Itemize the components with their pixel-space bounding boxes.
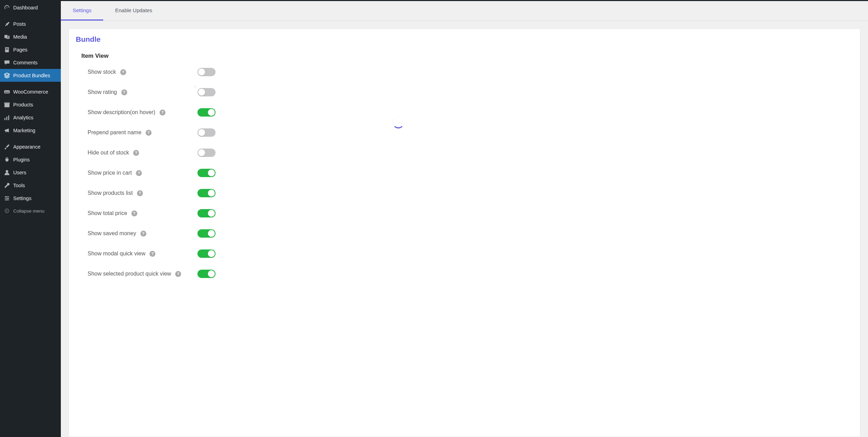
sidebar-item-appearance[interactable]: Appearance	[0, 140, 61, 153]
sidebar-item-media[interactable]: Media	[0, 30, 61, 43]
svg-point-0	[5, 209, 9, 213]
toggle-show_saved_money[interactable]	[197, 229, 216, 238]
sidebar-item-posts[interactable]: Posts	[0, 17, 61, 30]
toggle-show_total_price[interactable]	[197, 209, 216, 217]
setting-label-text: Hide out of stock	[88, 150, 129, 156]
help-icon[interactable]: ?	[149, 251, 155, 257]
sidebar-item-label: Analytics	[13, 115, 33, 120]
toggle-knob	[208, 230, 215, 237]
sidebar-item-label: Marketing	[13, 128, 35, 133]
setting-label: Show price in cart?	[88, 170, 197, 176]
help-icon[interactable]: ?	[121, 89, 127, 95]
setting-label: Show modal quick view?	[88, 251, 197, 257]
tab-settings[interactable]: Settings	[61, 1, 103, 21]
sidebar-item-label: Dashboard	[13, 5, 38, 10]
toggle-show_price_in_cart[interactable]	[197, 169, 216, 177]
collapse-menu-label: Collapse menu	[13, 208, 44, 214]
toggle-show_rating[interactable]	[197, 88, 216, 96]
tab-label: Settings	[73, 7, 91, 13]
toggle-show_modal_quick_view[interactable]	[197, 249, 216, 258]
archive-icon	[3, 101, 10, 108]
wrench-icon	[3, 182, 10, 189]
help-icon[interactable]: ?	[146, 130, 152, 136]
sidebar-item-analytics[interactable]: Analytics	[0, 111, 61, 124]
setting-row-prepend_parent_name: Prepend parent name?	[88, 128, 853, 137]
setting-label: Prepend parent name?	[88, 129, 197, 136]
highlight-dot	[194, 85, 196, 88]
help-icon[interactable]: ?	[133, 150, 139, 156]
sidebar-item-marketing[interactable]: Marketing	[0, 124, 61, 137]
woo-icon	[3, 88, 10, 95]
sidebar-item-label: Plugins	[13, 157, 30, 162]
toggle-show_description_hover[interactable]	[197, 108, 216, 117]
tabbar: SettingsEnable Updates	[61, 1, 868, 21]
gauge-icon	[3, 4, 10, 11]
sidebar-item-products[interactable]: Products	[0, 98, 61, 111]
help-icon[interactable]: ?	[120, 69, 126, 75]
sliders-icon	[3, 195, 10, 202]
sidebar-item-settings[interactable]: Settings	[0, 192, 61, 205]
toggle-knob	[198, 89, 205, 96]
user-icon	[3, 169, 10, 176]
toggle-show_products_list[interactable]	[197, 189, 216, 197]
sidebar-item-dashboard[interactable]: Dashboard	[0, 1, 61, 14]
setting-label-text: Show selected product quick view	[88, 271, 171, 277]
toggle-show_stock[interactable]	[197, 68, 216, 76]
help-icon[interactable]: ?	[137, 190, 143, 196]
bars-icon	[3, 114, 10, 121]
help-icon[interactable]: ?	[131, 210, 137, 216]
sidebar-separator	[0, 14, 61, 17]
help-icon[interactable]: ?	[136, 170, 142, 176]
setting-row-show_products_list: Show products list?	[88, 189, 853, 197]
layers-icon	[3, 72, 10, 79]
section-subtitle: Item View	[81, 53, 853, 59]
main-content: SettingsEnable Updates Bundle Item View …	[61, 1, 868, 437]
setting-row-show_stock: Show stock?	[88, 68, 853, 76]
toggle-hide_out_of_stock[interactable]	[197, 149, 216, 157]
sidebar-item-plugins[interactable]: Plugins	[0, 153, 61, 166]
sidebar-item-label: Media	[13, 34, 27, 40]
sidebar-item-woocommerce[interactable]: WooCommerce	[0, 85, 61, 98]
toggle-knob	[208, 270, 215, 277]
page-icon	[3, 46, 10, 53]
help-icon[interactable]: ?	[160, 110, 165, 116]
setting-label-text: Show total price	[88, 210, 127, 216]
sidebar-item-label: Posts	[13, 21, 26, 27]
sidebar-item-label: Tools	[13, 183, 25, 188]
toggle-knob	[198, 69, 205, 76]
toggle-knob	[208, 169, 215, 176]
sidebar-item-comments[interactable]: Comments	[0, 56, 61, 69]
sidebar-item-users[interactable]: Users	[0, 166, 61, 179]
tab-enable-updates[interactable]: Enable Updates	[103, 1, 164, 21]
toggle-knob	[208, 109, 215, 116]
setting-label-text: Show price in cart	[88, 170, 132, 176]
comment-icon	[3, 59, 10, 66]
setting-row-show_rating: Show rating?	[88, 88, 853, 96]
tab-label: Enable Updates	[115, 7, 152, 13]
setting-row-show_total_price: Show total price?	[88, 209, 853, 217]
collapse-icon	[3, 207, 10, 214]
sidebar-item-label: Users	[13, 170, 26, 175]
setting-label-text: Show rating	[88, 89, 117, 95]
sidebar-item-product-bundles[interactable]: Product Bundles	[0, 69, 61, 82]
setting-label-text: Show modal quick view	[88, 251, 145, 257]
setting-row-show_price_in_cart: Show price in cart?	[88, 169, 853, 177]
loading-spinner-icon	[392, 117, 404, 128]
setting-row-show_description_hover: Show description(on hover)?	[88, 108, 853, 117]
sidebar-item-tools[interactable]: Tools	[0, 179, 61, 192]
toggle-show_selected_product_quick_view[interactable]	[197, 270, 216, 278]
admin-sidebar: DashboardPostsMediaPagesCommentsProduct …	[0, 1, 61, 437]
sidebar-item-pages[interactable]: Pages	[0, 43, 61, 56]
media-icon	[3, 33, 10, 40]
toggle-prepend_parent_name[interactable]	[197, 128, 216, 137]
pin-icon	[3, 21, 10, 27]
help-icon[interactable]: ?	[140, 231, 146, 237]
sidebar-item-label: WooCommerce	[13, 89, 48, 95]
collapse-menu-button[interactable]: Collapse menu	[0, 205, 61, 217]
setting-label: Show products list?	[88, 190, 197, 196]
setting-label: Show stock?	[88, 69, 197, 75]
help-icon[interactable]: ?	[175, 271, 181, 277]
setting-label-text: Show stock	[88, 69, 116, 75]
toggle-knob	[208, 250, 215, 257]
setting-label-text: Prepend parent name	[88, 129, 141, 136]
